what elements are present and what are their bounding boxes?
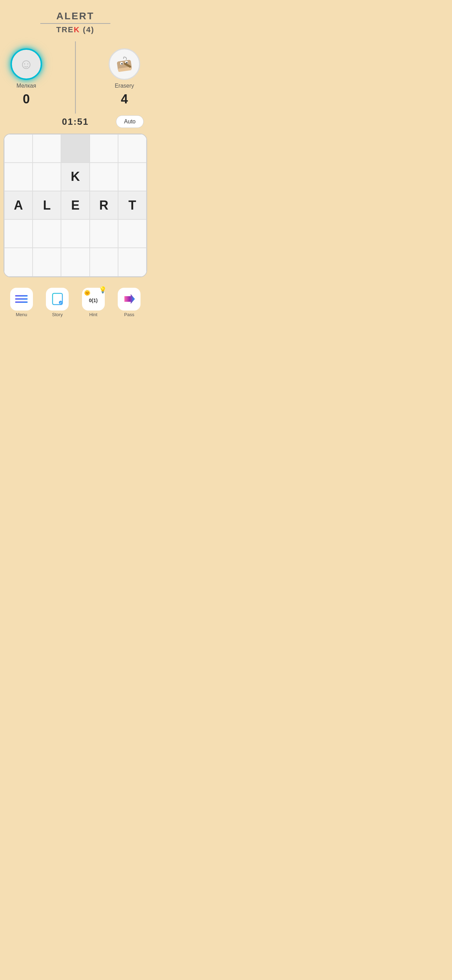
cell-2-3[interactable]: R bbox=[90, 191, 118, 220]
cell-0-1[interactable] bbox=[33, 134, 61, 162]
eraser-character-icon bbox=[114, 54, 135, 75]
auto-button[interactable]: Auto bbox=[116, 115, 144, 128]
svg-point-5 bbox=[126, 62, 127, 64]
cell-0-2[interactable] bbox=[61, 134, 89, 162]
menu-label: Menu bbox=[16, 312, 27, 317]
nav-hint[interactable]: 🌞 0(1) 💡 Hint bbox=[82, 288, 105, 317]
cell-2-1[interactable]: L bbox=[33, 191, 61, 220]
smiley-icon: ☺ bbox=[19, 56, 33, 72]
pass-icon-wrap[interactable] bbox=[118, 288, 140, 310]
cell-3-4[interactable] bbox=[118, 220, 146, 248]
cell-3-3[interactable] bbox=[90, 220, 118, 248]
nav-menu[interactable]: Menu bbox=[10, 288, 33, 317]
player1: ☺ Мелкая 0 bbox=[11, 48, 42, 107]
bottom-nav: Menu ✓ Story 🌞 bbox=[0, 283, 151, 326]
cell-2-2[interactable]: E bbox=[61, 191, 89, 220]
timer-row: 01:51 Auto bbox=[0, 114, 151, 130]
story-label: Story bbox=[52, 312, 63, 317]
sun-icon: 🌞 bbox=[84, 290, 91, 296]
svg-text:✓: ✓ bbox=[59, 301, 62, 305]
cell-3-0[interactable] bbox=[4, 220, 33, 248]
svg-rect-9 bbox=[15, 301, 28, 303]
svg-marker-16 bbox=[124, 294, 135, 304]
player2-score: 4 bbox=[121, 92, 128, 107]
cell-1-1[interactable] bbox=[33, 162, 61, 191]
hint-label: Hint bbox=[89, 312, 97, 317]
player1-score: 0 bbox=[23, 92, 30, 107]
nav-story[interactable]: ✓ Story bbox=[46, 288, 69, 317]
timer: 01:51 bbox=[62, 116, 89, 127]
hint-count: 0(1) bbox=[89, 298, 98, 303]
top-section: ALERT TREK (4) bbox=[0, 0, 151, 41]
lightbulb-icon: 💡 bbox=[99, 286, 107, 294]
story-icon: ✓ bbox=[51, 293, 64, 305]
player2-avatar bbox=[108, 48, 140, 80]
hint-icon-wrap[interactable]: 🌞 0(1) 💡 bbox=[82, 288, 105, 310]
word-trek-prefix: TRE bbox=[56, 25, 74, 34]
game-grid: K A L E R T bbox=[4, 134, 146, 277]
story-icon-wrap[interactable]: ✓ bbox=[46, 288, 69, 310]
grid-section: K A L E R T bbox=[3, 134, 147, 277]
cell-0-0[interactable] bbox=[4, 134, 33, 162]
cell-0-4[interactable] bbox=[118, 134, 146, 162]
player1-avatar: ☺ bbox=[11, 48, 42, 80]
players-section: ☺ Мелкая 0 Erasery 4 bbox=[0, 41, 151, 114]
cell-3-1[interactable] bbox=[33, 220, 61, 248]
cell-1-4[interactable] bbox=[118, 162, 146, 191]
svg-rect-8 bbox=[15, 298, 28, 300]
cell-4-3[interactable] bbox=[90, 248, 118, 276]
word-divider bbox=[40, 23, 110, 24]
pass-label: Pass bbox=[124, 312, 134, 317]
cell-4-1[interactable] bbox=[33, 248, 61, 276]
cell-1-2[interactable]: K bbox=[61, 162, 89, 191]
pass-icon bbox=[123, 293, 135, 305]
cell-2-0[interactable]: A bbox=[4, 191, 33, 220]
cell-1-0[interactable] bbox=[4, 162, 33, 191]
svg-rect-7 bbox=[15, 295, 28, 296]
word-trek-count: (4) bbox=[80, 25, 94, 34]
player2: Erasery 4 bbox=[108, 48, 140, 107]
menu-icon-wrap[interactable] bbox=[10, 288, 33, 310]
vertical-divider bbox=[75, 41, 76, 114]
cell-2-4[interactable]: T bbox=[118, 191, 146, 220]
cell-4-2[interactable] bbox=[61, 248, 89, 276]
player1-name: Мелкая bbox=[16, 83, 36, 89]
cell-0-3[interactable] bbox=[90, 134, 118, 162]
word-alert: ALERT bbox=[56, 11, 94, 22]
word-trek: TREK (4) bbox=[56, 25, 95, 34]
nav-pass[interactable]: Pass bbox=[118, 288, 140, 317]
cell-3-2[interactable] bbox=[61, 220, 89, 248]
svg-point-4 bbox=[121, 63, 123, 65]
cell-1-3[interactable] bbox=[90, 162, 118, 191]
cell-4-4[interactable] bbox=[118, 248, 146, 276]
player2-name: Erasery bbox=[115, 83, 134, 89]
menu-icon bbox=[15, 293, 28, 305]
cell-4-0[interactable] bbox=[4, 248, 33, 276]
word-display: ALERT TREK (4) bbox=[40, 11, 110, 34]
word-trek-highlight: K bbox=[74, 25, 80, 34]
